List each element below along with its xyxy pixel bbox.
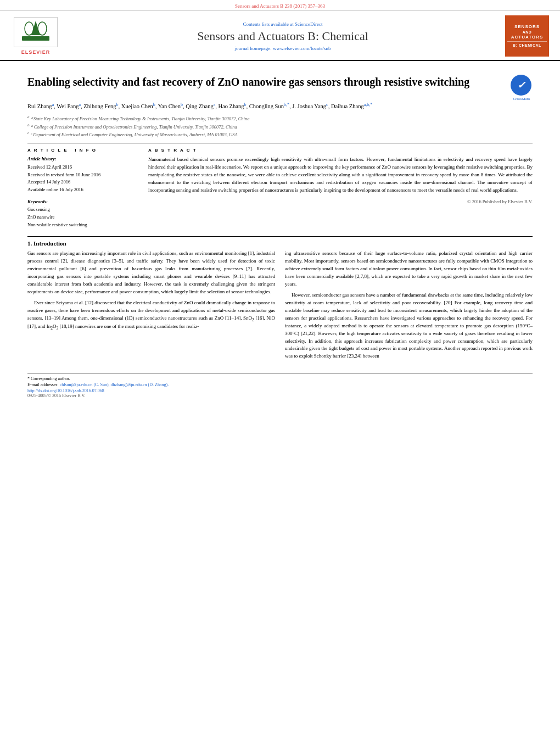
copyright-notice: © 2016 Published by Elsevier B.V.: [148, 199, 533, 204]
main-content: Enabling selectivity and fast recovery o…: [0, 61, 560, 369]
journal-citation: Sensors and Actuators B 238 (2017) 357–3…: [235, 3, 325, 9]
sensors-logo-line1: SENSORS: [514, 24, 540, 30]
homepage-label: journal homepage:: [235, 46, 272, 51]
journal-citation-bar: Sensors and Actuators B 238 (2017) 357–3…: [0, 0, 560, 11]
contents-line: Contents lists available at ScienceDirec…: [60, 21, 505, 27]
svg-point-2: [25, 22, 33, 35]
available-date: Available online 16 July 2016: [27, 186, 137, 194]
elsevier-logo-box: [14, 17, 58, 47]
journal-title-center: Contents lists available at ScienceDirec…: [60, 21, 505, 51]
authors-line: Rui Zhanga, Wei Panga, Zhihong Fengb, Xu…: [27, 101, 533, 111]
received-date: Received 12 April 2016: [27, 164, 137, 171]
crossmark-icon: ✓: [511, 75, 531, 96]
header-rule: [27, 143, 533, 143]
accepted-date: Accepted 14 July 2016: [27, 178, 137, 186]
svg-point-3: [38, 22, 47, 35]
intro-para-2: Ever since Seiyama et al. [12] discovere…: [27, 299, 275, 332]
svg-rect-0: [22, 36, 49, 41]
author-rui-zhang: Rui Zhanga, Wei Panga, Zhihong Fengb, Xu…: [27, 103, 372, 109]
homepage-url[interactable]: www.elsevier.com/locate/snb: [273, 46, 331, 51]
sensors-logo-sub: B: Chemical: [507, 41, 547, 48]
abstract-col: A B S T R A C T Nanomaterial based chemi…: [148, 148, 533, 228]
abstract-heading: A B S T R A C T: [148, 148, 533, 153]
intro-para-3: ing ultrasensitive sensors because of th…: [285, 250, 533, 288]
article-info-heading: A R T I C L E I N F O: [27, 148, 137, 153]
sensors-actuators-logo: SENSORS and ACTUATORS B: Chemical: [505, 15, 549, 57]
elsevier-logo: ELSEVIER: [11, 17, 60, 55]
keyword-3: Non-volatile resistive switching: [27, 221, 137, 229]
info-abstract-section: A R T I C L E I N F O Article history: R…: [27, 148, 533, 228]
sciencedirect-link[interactable]: ScienceDirect: [295, 21, 322, 27]
page: Sensors and Actuators B 238 (2017) 357–3…: [0, 0, 560, 742]
article-title-section: Enabling selectivity and fast recovery o…: [27, 66, 533, 101]
journal-header: ELSEVIER Contents lists available at Sci…: [0, 11, 560, 61]
intro-heading-text: 1. Introduction: [27, 240, 66, 247]
affiliation-b: b ᵇ College of Precision Instrument and …: [27, 122, 533, 131]
email-values: chlsun@tju.edu.cn (C. Sun), dhzhang@tju.…: [60, 382, 169, 387]
elsevier-label: ELSEVIER: [21, 49, 51, 55]
footer: * Corresponding author. E-mail addresses…: [27, 373, 533, 398]
journal-homepage-line: journal homepage: www.elsevier.com/locat…: [60, 46, 505, 51]
affiliation-c: c ᶜ Department of Electrical and Compute…: [27, 130, 533, 138]
revised-date: Received in revised form 10 June 2016: [27, 171, 137, 179]
keywords-section: Keywords: Gas sensing ZnO nanowire Non-v…: [27, 199, 137, 228]
keywords-label: Keywords:: [27, 199, 137, 204]
body-right-col: ing ultrasensitive sensors because of th…: [285, 250, 533, 364]
section-divider: [27, 236, 533, 237]
intro-para-1: Gas sensors are playing an increasingly …: [27, 250, 275, 296]
body-two-col: Gas sensors are playing an increasingly …: [27, 250, 533, 364]
article-history-label: Article history:: [27, 156, 137, 161]
contents-label: Contents lists available at: [243, 21, 294, 27]
email-line: E-mail addresses: chlsun@tju.edu.cn (C. …: [27, 382, 533, 387]
doi-link[interactable]: http://dx.doi.org/10.1016/j.snb.2016.07.…: [27, 388, 533, 393]
issn-line: 0925-4005/© 2016 Elsevier B.V.: [27, 393, 533, 398]
article-info-col: A R T I C L E I N F O Article history: R…: [27, 148, 137, 228]
affiliations: a ᵃ State Key Laboratory of Precision Me…: [27, 114, 533, 138]
abstract-text: Nanomaterial based chemical sensors prom…: [148, 156, 533, 194]
corresponding-note: * Corresponding author.: [27, 376, 533, 381]
keyword-2: ZnO nanowire: [27, 214, 137, 221]
keyword-1: Gas sensing: [27, 206, 137, 214]
email-label: E-mail addresses:: [27, 382, 59, 387]
intro-para-4: However, semiconductor gas sensors have …: [285, 292, 533, 360]
affiliation-a: a ᵃ State Key Laboratory of Precision Me…: [27, 114, 533, 122]
body-right-text: ing ultrasensitive sensors because of th…: [285, 250, 533, 360]
body-left-text: Gas sensors are playing an increasingly …: [27, 250, 275, 331]
crossmark-badge: ✓ CrossMark: [511, 75, 533, 97]
journal-main-title: Sensors and Actuators B: Chemical: [60, 29, 505, 43]
sensors-logo-line2: and: [523, 30, 532, 35]
intro-heading: 1. Introduction: [27, 240, 533, 247]
body-left-col: Gas sensors are playing an increasingly …: [27, 250, 275, 364]
sensors-logo-line3: ACTUATORS: [511, 35, 543, 40]
crossmark-label: CrossMark: [511, 97, 533, 101]
article-title: Enabling selectivity and fast recovery o…: [27, 75, 511, 89]
